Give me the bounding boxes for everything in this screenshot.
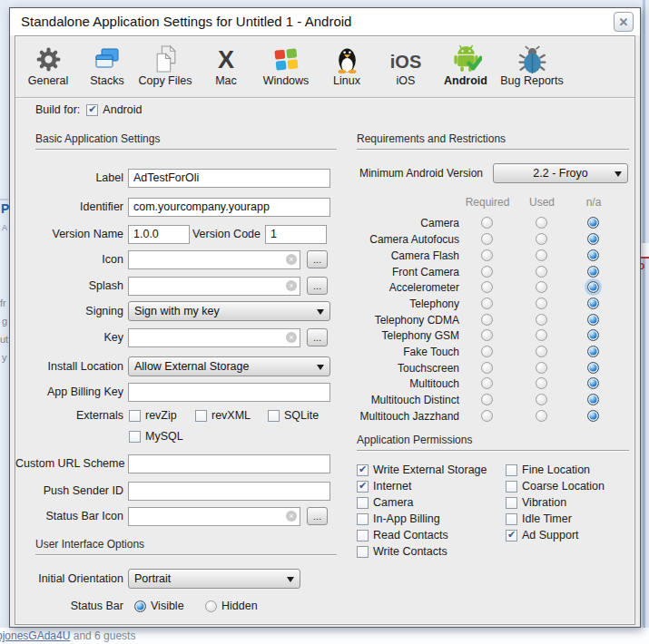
custom-url-scheme-label: Custom URL Scheme bbox=[15, 457, 123, 470]
camera-required-radio[interactable] bbox=[481, 217, 493, 229]
identifier-input[interactable] bbox=[128, 198, 330, 217]
externals-revxml-checkbox[interactable] bbox=[195, 410, 207, 422]
telephony-cdma-na-radio[interactable] bbox=[587, 314, 599, 326]
status-bar-icon-input[interactable] bbox=[128, 507, 300, 526]
section-divider bbox=[35, 554, 337, 555]
key-browse-button[interactable]: ... bbox=[307, 328, 328, 346]
clear-icon[interactable] bbox=[286, 332, 297, 343]
min-android-version-dropdown[interactable]: 2.2 - Froyo bbox=[493, 163, 628, 183]
fake-touch-required-radio[interactable] bbox=[481, 346, 493, 357]
ios-text-icon: iOS bbox=[390, 40, 421, 73]
icon-browse-button[interactable]: ... bbox=[307, 250, 328, 268]
front-camera-required-radio[interactable] bbox=[481, 266, 493, 278]
write-external-storage-checkbox[interactable] bbox=[357, 464, 369, 476]
initial-orientation-dropdown[interactable]: Portrait bbox=[128, 569, 300, 589]
push-sender-id-input[interactable] bbox=[128, 482, 330, 501]
requirement-label: Front Camera bbox=[341, 266, 459, 278]
touchscreen-na-radio[interactable] bbox=[587, 362, 599, 374]
accelerometer-required-radio[interactable] bbox=[481, 281, 493, 293]
clear-icon[interactable] bbox=[286, 280, 297, 291]
vibration-checkbox[interactable] bbox=[506, 497, 517, 509]
multitouch-distinct-required-radio[interactable] bbox=[481, 394, 493, 405]
touchscreen-used-radio[interactable] bbox=[536, 362, 547, 374]
splash-label: Splash bbox=[15, 279, 123, 292]
install-location-dropdown[interactable]: Allow External Storage bbox=[128, 356, 330, 376]
camera-flash-used-radio[interactable] bbox=[536, 249, 547, 261]
fake-touch-used-radio[interactable] bbox=[536, 346, 547, 357]
coarse-location-checkbox[interactable] bbox=[506, 481, 517, 493]
telephony-na-radio[interactable] bbox=[587, 298, 599, 309]
standalone-settings-dialog: Standalone Application Settings for Unti… bbox=[9, 7, 641, 628]
externals-revzip-checkbox[interactable] bbox=[129, 410, 141, 422]
dropdown-arrow-icon bbox=[615, 171, 622, 177]
in-app-billing-checkbox[interactable] bbox=[357, 513, 369, 525]
internet-checkbox[interactable] bbox=[357, 481, 369, 493]
front-camera-used-radio[interactable] bbox=[536, 266, 547, 278]
build-for-android-checkbox[interactable] bbox=[86, 104, 98, 116]
multitouch-jazzhand-na-radio[interactable] bbox=[587, 410, 599, 422]
requirement-row-camera-flash: Camera Flash bbox=[341, 249, 614, 263]
telephony-gsm-na-radio[interactable] bbox=[587, 329, 599, 341]
camera-permission-checkbox[interactable] bbox=[357, 497, 369, 509]
key-input[interactable] bbox=[128, 328, 300, 347]
ad-support-checkbox[interactable] bbox=[506, 530, 517, 542]
read-contacts-checkbox[interactable] bbox=[357, 530, 369, 542]
multitouch-na-radio[interactable] bbox=[587, 377, 599, 389]
custom-url-scheme-input[interactable] bbox=[128, 454, 330, 473]
camera-na-radio[interactable] bbox=[587, 217, 599, 229]
write-contacts-checkbox[interactable] bbox=[357, 546, 369, 558]
icon-input[interactable] bbox=[128, 250, 300, 269]
camera-flash-na-radio[interactable] bbox=[587, 249, 599, 261]
externals-sqlite-checkbox[interactable] bbox=[268, 410, 280, 422]
accelerometer-used-radio[interactable] bbox=[536, 281, 547, 293]
background-user-link[interactable]: pjonesGAda4U bbox=[0, 629, 70, 642]
externals-mysql-checkbox[interactable] bbox=[129, 431, 141, 443]
label-input[interactable] bbox=[128, 169, 330, 188]
telephony-cdma-required-radio[interactable] bbox=[481, 314, 493, 326]
signing-value: Sign with my key bbox=[134, 305, 220, 317]
build-for-android-label: Android bbox=[103, 103, 142, 116]
telephony-used-radio[interactable] bbox=[536, 298, 547, 309]
multitouch-jazzhand-required-radio[interactable] bbox=[481, 410, 493, 422]
close-button[interactable]: ✕ bbox=[614, 12, 634, 32]
multitouch-used-radio[interactable] bbox=[536, 377, 547, 389]
status-bar-icon-browse-button[interactable]: ... bbox=[307, 507, 328, 525]
version-code-input[interactable] bbox=[265, 225, 327, 244]
externals-label: Externals bbox=[15, 409, 123, 422]
externals-mysql-label: MySQL bbox=[145, 430, 183, 443]
telephony-gsm-used-radio[interactable] bbox=[536, 329, 547, 341]
key-label: Key bbox=[15, 331, 123, 344]
camera-autofocus-required-radio[interactable] bbox=[481, 233, 493, 245]
camera-autofocus-na-radio[interactable] bbox=[587, 233, 599, 245]
splash-input[interactable] bbox=[128, 277, 300, 296]
camera-flash-required-radio[interactable] bbox=[481, 249, 493, 261]
telephony-gsm-required-radio[interactable] bbox=[481, 329, 493, 341]
telephony-required-radio[interactable] bbox=[481, 298, 493, 309]
clear-icon[interactable] bbox=[286, 511, 297, 522]
toolbar-item-bug-reports[interactable]: Bug Reports bbox=[491, 40, 573, 87]
camera-used-radio[interactable] bbox=[536, 217, 547, 229]
multitouch-distinct-na-radio[interactable] bbox=[587, 394, 599, 405]
fine-location-checkbox[interactable] bbox=[506, 464, 517, 476]
camera-autofocus-used-radio[interactable] bbox=[536, 233, 547, 245]
idle-timer-checkbox[interactable] bbox=[506, 513, 517, 525]
clear-icon[interactable] bbox=[286, 254, 297, 265]
min-android-version-value: 2.2 - Froyo bbox=[533, 167, 587, 180]
app-billing-key-label: App Billing Key bbox=[15, 385, 123, 398]
fake-touch-na-radio[interactable] bbox=[587, 346, 599, 357]
multitouch-required-radio[interactable] bbox=[481, 377, 493, 389]
section-application-permissions: Application Permissions bbox=[357, 434, 629, 451]
splash-browse-button[interactable]: ... bbox=[307, 277, 328, 295]
telephony-cdma-used-radio[interactable] bbox=[536, 314, 547, 326]
multitouch-distinct-used-radio[interactable] bbox=[536, 394, 547, 405]
status-bar-hidden-radio[interactable] bbox=[205, 600, 217, 612]
signing-dropdown[interactable]: Sign with my key bbox=[128, 301, 330, 321]
accelerometer-na-radio[interactable] bbox=[587, 281, 599, 293]
app-billing-key-input[interactable] bbox=[128, 383, 330, 402]
version-name-input[interactable] bbox=[128, 225, 190, 244]
touchscreen-required-radio[interactable] bbox=[481, 362, 493, 374]
dialog-titlebar[interactable]: Standalone Application Settings for Unti… bbox=[10, 8, 640, 35]
front-camera-na-radio[interactable] bbox=[587, 266, 599, 278]
multitouch-jazzhand-used-radio[interactable] bbox=[536, 410, 547, 422]
status-bar-visible-radio[interactable] bbox=[134, 600, 146, 612]
